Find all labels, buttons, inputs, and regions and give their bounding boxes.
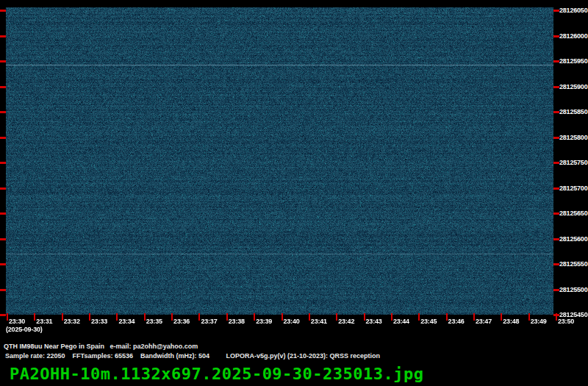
freq-tick-left	[0, 111, 6, 113]
freq-tick-left	[0, 238, 6, 240]
freq-label: 28125950	[559, 57, 587, 65]
freq-tick-left	[0, 10, 6, 12]
time-tick	[171, 313, 173, 321]
freq-label: 28125650	[559, 210, 587, 217]
time-label: 23:39	[256, 318, 272, 325]
time-tick	[336, 313, 337, 321]
time-label: 23:34	[118, 318, 135, 325]
time-tick	[62, 313, 63, 321]
station-info-line: QTH IM98uu Near Pego in Spain e-mail: pa…	[4, 343, 198, 351]
freq-tick-left	[0, 162, 6, 164]
freq-tick-right	[553, 137, 559, 139]
time-tick	[7, 313, 8, 321]
time-label: 23:30	[9, 318, 25, 325]
freq-label: 28125600	[559, 235, 587, 243]
freq-tick-left	[0, 187, 6, 190]
freq-tick-right	[553, 238, 559, 240]
time-tick	[144, 313, 146, 321]
time-label: 23:37	[201, 318, 217, 325]
time-label: 23:45	[420, 318, 437, 325]
freq-tick-left	[0, 314, 6, 316]
freq-label: 28125550	[559, 260, 587, 268]
time-label: 23:38	[229, 318, 245, 325]
time-label: 23:50	[558, 318, 574, 325]
time-label: 23:35	[146, 318, 162, 325]
time-tick	[473, 313, 475, 321]
time-tick	[309, 313, 310, 321]
time-label: 23:49	[531, 318, 547, 325]
time-tick	[528, 313, 530, 321]
freq-label: 28125800	[559, 134, 587, 141]
freq-tick-left	[0, 60, 6, 62]
time-label: 23:41	[311, 318, 327, 325]
freq-tick-right	[553, 263, 559, 265]
freq-tick-right	[553, 10, 559, 12]
time-label: 23:48	[503, 318, 519, 325]
time-tick	[34, 313, 35, 321]
time-label: 23:31	[36, 318, 52, 325]
freq-label: 28125700	[559, 185, 587, 192]
time-tick	[226, 313, 228, 321]
freq-tick-left	[0, 137, 6, 139]
time-label: 23:40	[284, 318, 300, 325]
freq-tick-left	[0, 289, 6, 291]
freq-label: 28125900	[559, 83, 587, 90]
time-tick	[198, 313, 200, 321]
freq-tick-left	[0, 86, 6, 88]
freq-label: 28126000	[559, 32, 587, 40]
time-tick	[254, 313, 255, 321]
freq-tick-right	[553, 187, 559, 190]
time-label: 23:32	[64, 318, 80, 325]
date-label: (2025-09-30)	[6, 326, 43, 333]
freq-tick-left	[0, 35, 6, 37]
time-label: 23:36	[173, 318, 190, 325]
time-label: 23:42	[338, 318, 354, 325]
spectrogram-canvas	[6, 7, 553, 315]
freq-tick-right	[553, 86, 559, 88]
time-label: 23:33	[91, 318, 107, 325]
time-tick	[446, 313, 448, 321]
freq-label: 28125500	[559, 286, 587, 293]
time-label: 23:43	[366, 318, 382, 325]
filename-caption: PA2OHH-10m.1132x697.2025-09-30-235013.jp…	[10, 365, 424, 383]
freq-tick-left	[0, 263, 6, 265]
time-tick	[418, 313, 420, 321]
settings-info-line: Sample rate: 22050 FFTsamples: 65536 Ban…	[5, 352, 380, 360]
time-tick	[364, 313, 365, 321]
freq-tick-right	[553, 212, 559, 215]
time-tick	[501, 313, 502, 321]
time-tick	[282, 313, 283, 321]
time-label: 23:47	[476, 318, 492, 325]
freq-tick-right	[553, 35, 559, 37]
freq-label: 28125750	[559, 159, 587, 166]
qrss-grabber-image: 2812605028126000281259502812590028125850…	[0, 0, 588, 386]
freq-label: 28126050	[559, 7, 587, 14]
time-tick	[391, 313, 392, 321]
time-tick	[89, 313, 90, 321]
freq-tick-right	[553, 60, 559, 62]
freq-tick-left	[0, 212, 6, 215]
time-label: 23:46	[448, 318, 465, 325]
freq-tick-right	[553, 289, 559, 291]
time-label: 23:44	[393, 318, 409, 325]
time-tick	[556, 313, 557, 321]
freq-tick-right	[553, 162, 559, 164]
freq-tick-right	[553, 111, 559, 113]
time-tick	[116, 313, 118, 321]
freq-label: 28125850	[559, 108, 587, 115]
